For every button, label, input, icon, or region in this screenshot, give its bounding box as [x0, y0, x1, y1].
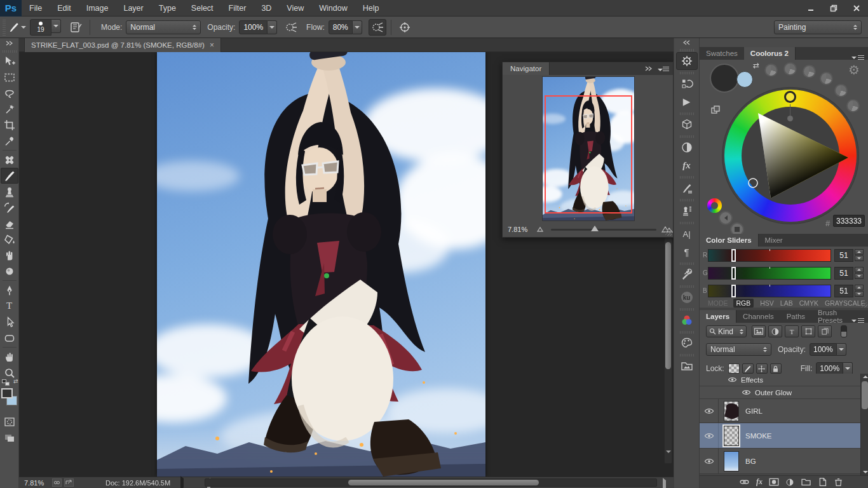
tab-mixer[interactable]: Mixer	[759, 234, 789, 247]
layer-style-fx-icon[interactable]: fx	[756, 477, 763, 487]
status-export-icon[interactable]	[64, 478, 74, 487]
green-slider-handle[interactable]	[731, 267, 736, 280]
outer-glow-visibility-eye-icon[interactable]	[742, 390, 751, 395]
navigator-zoom-field[interactable]: 7.81%	[508, 226, 537, 233]
lock-transparency-icon[interactable]	[728, 363, 740, 374]
mode-lab[interactable]: LAB	[780, 299, 793, 307]
history-brush-tool[interactable]	[1, 200, 18, 215]
status-zoom-field[interactable]: 7.81%	[24, 479, 52, 487]
screen-mode-button[interactable]	[1, 430, 18, 445]
vertical-scrollbar-thumb[interactable]	[665, 242, 671, 369]
brush-preset-picker[interactable]: 19	[30, 19, 61, 36]
layer-blend-mode-dropdown[interactable]: Normal	[706, 343, 771, 356]
layers-panel-menu-icon[interactable]	[851, 318, 868, 323]
navigator-zoom-slider[interactable]	[551, 229, 656, 231]
blue-slider-handle[interactable]	[731, 285, 736, 297]
navigator-view-box[interactable]	[545, 95, 632, 213]
clone-source-panel-icon[interactable]	[676, 202, 698, 220]
eyedropper-tool[interactable]	[1, 133, 18, 149]
actions-panel-icon[interactable]: ▶	[676, 93, 698, 111]
blend-mode-dropdown[interactable]: Normal	[126, 20, 201, 34]
menu-window[interactable]: Window	[311, 0, 355, 17]
effects-visibility-eye-icon[interactable]	[728, 377, 737, 383]
layer-fill-dropdown[interactable]: 100%	[816, 362, 853, 375]
document-tab[interactable]: STRIKE_FLAT_003.psd @ 7.81% (SMOKE, RGB/…	[24, 38, 221, 52]
layer-opacity-dropdown[interactable]: 100%	[810, 343, 846, 356]
brush-preset-dropdown-arrow[interactable]	[51, 19, 61, 33]
healing-brush-tool[interactable]	[1, 152, 18, 168]
menu-help[interactable]: Help	[355, 0, 387, 17]
mode-cmyk[interactable]: CMYK	[799, 299, 818, 307]
marquee-tool[interactable]	[1, 69, 18, 85]
menu-file[interactable]: File	[22, 0, 50, 17]
layer-filter-kind-dropdown[interactable]: Kind	[706, 325, 747, 337]
brush-settings-panel-icon[interactable]	[676, 52, 698, 70]
tool-presets-panel-icon[interactable]	[676, 179, 698, 197]
saturation-brightness-triangle[interactable]	[724, 90, 857, 222]
harmony-preset-3[interactable]	[803, 65, 816, 78]
layer-row-bg[interactable]: BG	[700, 449, 868, 474]
libraries-panel-icon[interactable]	[676, 357, 698, 375]
smoke-visibility-eye-icon[interactable]	[700, 423, 719, 448]
navigator-tab[interactable]: Navigator	[503, 62, 550, 75]
clone-stamp-tool[interactable]	[1, 184, 18, 200]
swatches-palette-panel-icon[interactable]	[676, 334, 698, 352]
swap-colors-icon[interactable]: ⇄	[13, 378, 18, 384]
menu-layer[interactable]: Layer	[116, 0, 151, 17]
blue-spin-down[interactable]	[855, 291, 864, 297]
menu-type[interactable]: Type	[151, 0, 184, 17]
blue-slider[interactable]	[708, 285, 831, 297]
smudge-tool[interactable]	[1, 247, 18, 263]
coolorus-copy-icon[interactable]	[711, 105, 720, 116]
blue-value-field[interactable]: 51	[834, 285, 853, 297]
vertical-scroll-down-arrow[interactable]	[666, 453, 671, 462]
document-close-icon[interactable]: ×	[210, 41, 214, 50]
layers-scroll-up-arrow[interactable]	[863, 376, 868, 378]
girl-layer-thumbnail[interactable]	[724, 401, 739, 421]
coolorus-swap-icon[interactable]: ⇄	[753, 61, 759, 70]
green-spin-up[interactable]	[855, 267, 864, 273]
new-adjustment-layer-icon[interactable]	[785, 478, 794, 487]
green-spin-down[interactable]	[855, 273, 864, 279]
history-panel-icon[interactable]	[676, 75, 698, 93]
menu-select[interactable]: Select	[184, 0, 221, 17]
green-slider[interactable]	[708, 267, 831, 280]
3d-panel-icon[interactable]	[676, 116, 698, 133]
adjustments-panel-icon[interactable]	[676, 139, 698, 156]
opacity-dropdown[interactable]: 100%	[239, 20, 277, 34]
layer-row-smoke[interactable]: SMOKE	[700, 423, 868, 449]
new-layer-icon[interactable]	[818, 477, 827, 487]
lasso-tool[interactable]	[1, 85, 18, 101]
add-layer-mask-icon[interactable]	[769, 478, 779, 486]
navigator-thumbnail[interactable]	[542, 76, 635, 221]
outer-glow-row[interactable]: Outer Glow	[700, 386, 868, 399]
navigator-resize-grip[interactable]	[665, 229, 672, 236]
red-slider[interactable]	[708, 249, 831, 262]
layer-row-girl[interactable]: GIRL	[700, 399, 868, 423]
triangle-mode-button[interactable]	[719, 211, 733, 225]
red-value-field[interactable]: 51	[834, 249, 853, 262]
hex-value-field[interactable]: 333333	[833, 215, 865, 227]
vertical-scrollbar[interactable]	[664, 238, 672, 464]
lock-pixels-icon[interactable]	[742, 363, 754, 374]
flow-dropdown-arrow[interactable]	[353, 20, 362, 34]
quick-mask-button[interactable]	[1, 414, 18, 430]
canvas-image[interactable]	[157, 52, 485, 477]
horizontal-scroll-right-arrow[interactable]	[663, 480, 666, 488]
lock-all-icon[interactable]	[770, 363, 782, 374]
lock-position-icon[interactable]	[756, 363, 768, 374]
brush-tool[interactable]	[1, 168, 18, 184]
tab-layers[interactable]: Layers	[700, 310, 736, 323]
girl-visibility-eye-icon[interactable]	[700, 399, 719, 423]
layer-opacity-arrow[interactable]	[837, 343, 846, 356]
paragraph-panel-icon[interactable]: ¶	[676, 243, 698, 261]
quick-selection-tool[interactable]	[1, 101, 18, 117]
new-group-icon[interactable]	[801, 478, 811, 486]
navigator-zoom-slider-thumb[interactable]	[591, 226, 599, 231]
red-spin-up[interactable]	[855, 249, 864, 255]
coolorus-settings-gear-icon[interactable]: ⚙	[848, 62, 860, 78]
coolorus-background-swatch[interactable]	[736, 71, 753, 88]
green-value-field[interactable]: 51	[834, 267, 853, 280]
bg-layer-thumbnail[interactable]	[724, 451, 739, 471]
tab-brush-presets[interactable]: Brush Presets	[811, 310, 851, 323]
